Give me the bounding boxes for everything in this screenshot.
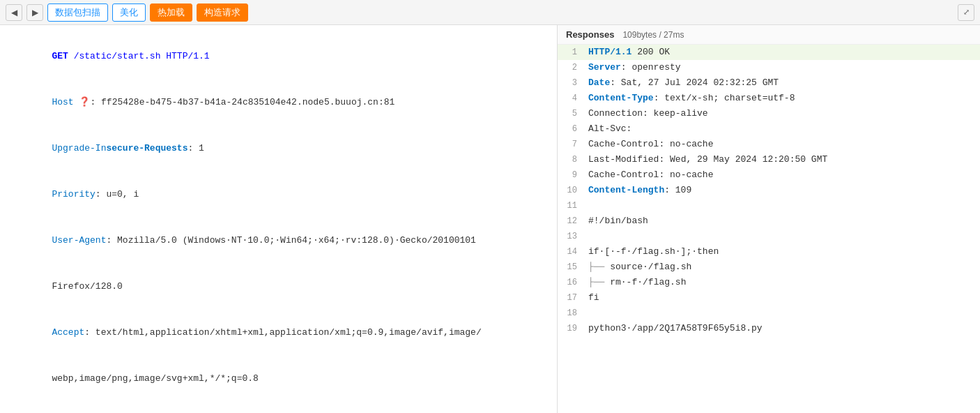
host-key: Host [52, 97, 73, 107]
ua-key: User-Agent [52, 235, 106, 246]
response-line-5: 5Connection: keep-alive [558, 106, 980, 121]
response-line-15: 15├── source·/flag.sh [558, 260, 980, 275]
expand-button[interactable]: ⤢ [958, 4, 974, 21]
line-number: 16 [558, 275, 585, 290]
line-number: 12 [558, 213, 585, 229]
line-content: if·[·-f·/flag.sh·];·then [585, 244, 980, 260]
request-line-1: GET /static/start.sh HTTP/1.1 [8, 33, 549, 80]
toolbar: ◀ ▶ 数据包扫描 美化 热加载 构造请求 ⤢ [0, 0, 980, 25]
line-number: 6 [558, 121, 585, 137]
response-line-1: 1HTTP/1.1 200 OK [558, 45, 980, 60]
response-line-12: 12#!/bin/bash [558, 213, 980, 229]
response-title: Responses [566, 29, 614, 40]
line-number: 1 [558, 45, 585, 60]
line-content: Date: Sat, 27 Jul 2024 02:32:25 GMT [585, 75, 980, 91]
response-line-17: 17fi [558, 290, 980, 306]
line-content: HTTP/1.1 200 OK [585, 45, 980, 60]
response-panel: Responses 109bytes / 27ms 1HTTP/1.1 200 … [558, 25, 980, 413]
tree-indent-icon: ├── [588, 262, 610, 272]
line-number: 19 [558, 321, 585, 336]
protocol: HTTP/1.1 [166, 51, 209, 61]
response-body: 1HTTP/1.1 200 OK2Server: openresty3Date:… [558, 45, 980, 336]
path: /static/start.sh [68, 51, 166, 61]
line-content: ├── source·/flag.sh [585, 260, 980, 275]
line-content: #!/bin/bash [585, 213, 980, 229]
line-number: 14 [558, 244, 585, 260]
request-block: GET /static/start.sh HTTP/1.1 Host ❓: ff… [8, 31, 549, 413]
line-number: 13 [558, 229, 585, 244]
request-line-firefox: Firefox/128.0 [8, 264, 549, 310]
line-content: Server: openresty [585, 60, 980, 75]
line-content: Connection: keep-alive [585, 106, 980, 121]
upgrade-val: : 1 [187, 143, 204, 153]
prev-button[interactable]: ◀ [6, 4, 22, 21]
line-content: fi [585, 290, 980, 306]
line-number: 3 [558, 75, 585, 91]
line-content: ├── rm·-f·/flag.sh [585, 275, 980, 290]
line-content: Last-Modified: Wed, 29 May 2024 12:20:50… [585, 152, 980, 167]
tree-indent-icon: ├── [588, 277, 610, 287]
priority-key: Priority [52, 189, 95, 200]
upgrade-key2: secure-Requests [106, 143, 187, 153]
request-line-upgrade: Upgrade-Insecure-Requests: 1 [8, 126, 549, 172]
upgrade-key: Upgrade-In [52, 143, 106, 153]
line-number: 17 [558, 290, 585, 306]
response-line-3: 3Date: Sat, 27 Jul 2024 02:32:25 GMT [558, 75, 980, 91]
response-line-14: 14if·[·-f·/flag.sh·];·then [558, 244, 980, 260]
response-line-10: 10Content-Length: 109 [558, 183, 980, 198]
response-line-18: 18 [558, 306, 980, 321]
line-content: python3·/app/2Q17A58T9F65y5i8.py [585, 321, 980, 336]
line-number: 2 [558, 60, 585, 75]
code-text: rm·-f·/flag.sh [610, 277, 686, 287]
request-line-host: Host ❓: ff25428e-b475-4b37-b41a-24c83510… [8, 80, 549, 126]
line-number: 9 [558, 167, 585, 183]
webp-val: webp,image/png,image/svg+xml,*/*;q=0.8 [52, 373, 258, 384]
line-number: 11 [558, 198, 585, 213]
request-line-ua: User-Agent: Mozilla/5.0 (Windows·NT·10.0… [8, 218, 549, 264]
request-line-webp: webp,image/png,image/svg+xml,*/*;q=0.8 [8, 356, 549, 402]
next-button[interactable]: ▶ [26, 4, 43, 21]
response-line-2: 2Server: openresty [558, 60, 980, 75]
beautify-button[interactable]: 美化 [112, 3, 146, 22]
line-number: 7 [558, 137, 585, 152]
response-line-9: 9Cache-Control: no-cache [558, 167, 980, 183]
response-line-8: 8Last-Modified: Wed, 29 May 2024 12:20:5… [558, 152, 980, 167]
line-content: Cache-Control: no-cache [585, 137, 980, 152]
request-line-lang: Accept-Language: zh-CN,zh;q=0.8,zh-TW;q=… [8, 402, 549, 413]
response-line-6: 6Alt-Svc: [558, 121, 980, 137]
construct-button[interactable]: 构造请求 [197, 3, 248, 22]
line-number: 8 [558, 152, 585, 167]
response-line-4: 4Content-Type: text/x-sh; charset=utf-8 [558, 91, 980, 106]
main-content: GET /static/start.sh HTTP/1.1 Host ❓: ff… [0, 25, 980, 413]
method: GET [52, 51, 68, 61]
response-line-13: 13 [558, 229, 980, 244]
response-line-16: 16├── rm·-f·/flag.sh [558, 275, 980, 290]
request-line-priority: Priority: u=0, i [8, 172, 549, 218]
line-number: 5 [558, 106, 585, 121]
ua-val: : Mozilla/5.0 (Windows·NT·10.0;·Win64;·x… [106, 235, 476, 246]
accept-key: Accept [52, 327, 84, 338]
response-meta: 109bytes / 27ms [622, 30, 684, 40]
line-content: Content-Length: 109 [585, 183, 980, 198]
response-line-19: 19python3·/app/2Q17A58T9F65y5i8.py [558, 321, 980, 336]
host-icon: ❓ [74, 97, 91, 107]
line-content: Cache-Control: no-cache [585, 167, 980, 183]
request-panel: GET /static/start.sh HTTP/1.1 Host ❓: ff… [0, 25, 558, 413]
response-line-11: 11 [558, 198, 980, 213]
priority-val: : u=0, i [95, 189, 139, 200]
response-header: Responses 109bytes / 27ms [558, 25, 980, 45]
line-number: 15 [558, 260, 585, 275]
host-val: : ff25428e-b475-4b37-b41a-24c835104e42.n… [90, 97, 395, 107]
line-number: 4 [558, 91, 585, 106]
line-number: 18 [558, 306, 585, 321]
accept-val: : text/html,application/xhtml+xml,applic… [84, 327, 482, 338]
firefox-val: Firefox/128.0 [52, 281, 122, 292]
request-line-accept: Accept: text/html,application/xhtml+xml,… [8, 310, 549, 356]
hotload-button[interactable]: 热加载 [150, 3, 192, 22]
scan-button[interactable]: 数据包扫描 [47, 3, 108, 22]
line-content: Content-Type: text/x-sh; charset=utf-8 [585, 91, 980, 106]
line-content: Alt-Svc: [585, 121, 980, 137]
line-number: 10 [558, 183, 585, 198]
code-text: source·/flag.sh [610, 262, 691, 272]
response-line-7: 7Cache-Control: no-cache [558, 137, 980, 152]
